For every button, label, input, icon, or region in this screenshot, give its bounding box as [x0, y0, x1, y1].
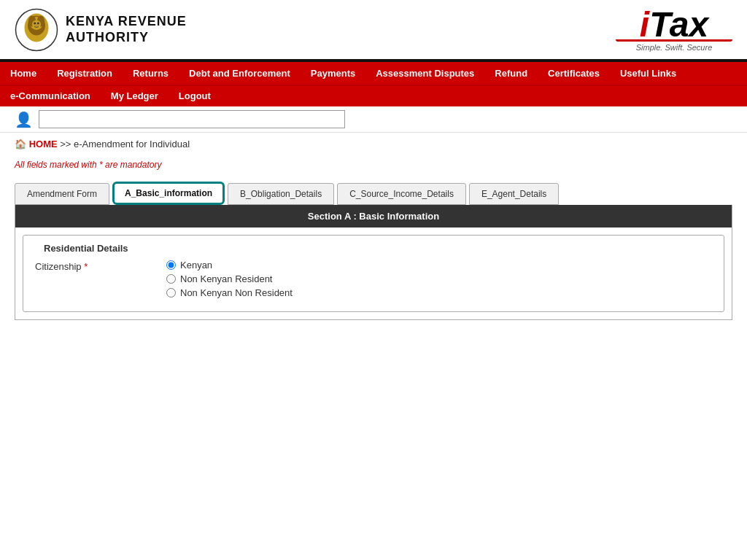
- primary-nav: Home Registration Returns Debt and Enfor…: [0, 62, 747, 85]
- breadcrumb-current: e-Amendment for Individual: [74, 139, 190, 149]
- citizenship-label-kenyan: Kenyan: [180, 260, 212, 271]
- tab-a-basic-info[interactable]: A_Basic_information: [112, 182, 225, 205]
- nav-home[interactable]: Home: [0, 62, 47, 85]
- kra-name: Kenya Revenue Authority: [66, 14, 187, 45]
- tabs-row: Amendment Form A_Basic_information B_Obl…: [15, 182, 732, 205]
- breadcrumb-home[interactable]: HOME: [29, 139, 58, 149]
- tab-c-source-income[interactable]: C_Source_Income_Details: [337, 183, 466, 205]
- nav-payments[interactable]: Payments: [301, 62, 365, 85]
- kra-logo-icon: [15, 8, 58, 52]
- header: Kenya Revenue Authority iTax Simple. Swi…: [0, 0, 747, 62]
- residential-details-section: Residential Details Citizenship * Kenyan…: [23, 235, 724, 312]
- user-icon: 👤: [15, 111, 33, 128]
- tab-b-obligation[interactable]: B_Obligation_Details: [228, 183, 334, 205]
- citizenship-radio-kenyan[interactable]: [166, 260, 176, 270]
- tab-e-agent[interactable]: E_Agent_Details: [469, 183, 559, 205]
- residential-details-legend: Residential Details: [41, 243, 712, 254]
- nav-certificates[interactable]: Certificates: [538, 62, 610, 85]
- itax-i: i: [640, 5, 649, 44]
- section-header: Section A : Basic Information: [15, 205, 732, 228]
- search-strip: 👤: [0, 106, 747, 133]
- citizenship-required-marker: *: [84, 261, 88, 272]
- nav-e-communication[interactable]: e-Communication: [0, 85, 101, 106]
- itax-brand: iTax: [616, 7, 732, 42]
- citizenship-option-non-kenyan-non-resident[interactable]: Non Kenyan Non Resident: [166, 287, 293, 298]
- nav-useful-links[interactable]: Useful Links: [610, 62, 686, 85]
- citizenship-radio-non-kenyan-non-resident[interactable]: [166, 288, 176, 298]
- citizenship-row: Citizenship * Kenyan Non Kenyan Resident: [35, 254, 712, 304]
- itax-tagline: Simple. Swift. Secure: [616, 43, 732, 52]
- tab-amendment-form[interactable]: Amendment Form: [15, 183, 109, 205]
- citizenship-label-non-kenyan-resident: Non Kenyan Resident: [180, 273, 272, 284]
- kra-name-text: Kenya Revenue Authority: [66, 14, 187, 45]
- home-icon: 🏠: [15, 139, 26, 149]
- citizenship-radio-group: Kenyan Non Kenyan Resident Non Kenyan No…: [166, 260, 293, 298]
- breadcrumb: 🏠 HOME >> e-Amendment for Individual: [0, 133, 747, 155]
- nav-logout[interactable]: Logout: [169, 85, 221, 106]
- citizenship-option-non-kenyan-resident[interactable]: Non Kenyan Resident: [166, 273, 293, 284]
- citizenship-radio-non-kenyan-resident[interactable]: [166, 274, 176, 284]
- kra-logo-area: Kenya Revenue Authority: [15, 8, 187, 52]
- nav-registration[interactable]: Registration: [47, 62, 123, 85]
- citizenship-label: Citizenship *: [35, 260, 166, 272]
- svg-point-9: [34, 23, 39, 27]
- mandatory-note: All fields marked with * are mandatory: [0, 155, 747, 174]
- form-body: Section A : Basic Information Residentia…: [15, 205, 732, 320]
- nav-returns[interactable]: Returns: [123, 62, 179, 85]
- nav-assessment[interactable]: Assessment Disputes: [365, 62, 484, 85]
- itax-tax: Tax: [649, 5, 708, 44]
- citizenship-option-kenyan[interactable]: Kenyan: [166, 260, 293, 271]
- nav-my-ledger[interactable]: My Ledger: [101, 85, 169, 106]
- tabs-container: Amendment Form A_Basic_information B_Obl…: [0, 182, 747, 320]
- citizenship-label-non-kenyan-non-resident: Non Kenyan Non Resident: [180, 287, 293, 298]
- search-input[interactable]: [39, 110, 345, 128]
- nav-refund[interactable]: Refund: [484, 62, 538, 85]
- secondary-nav: e-Communication My Ledger Logout: [0, 85, 747, 106]
- nav-debt[interactable]: Debt and Enforcement: [179, 62, 301, 85]
- breadcrumb-separator: >>: [60, 139, 71, 149]
- itax-logo-area: iTax Simple. Swift. Secure: [616, 7, 732, 52]
